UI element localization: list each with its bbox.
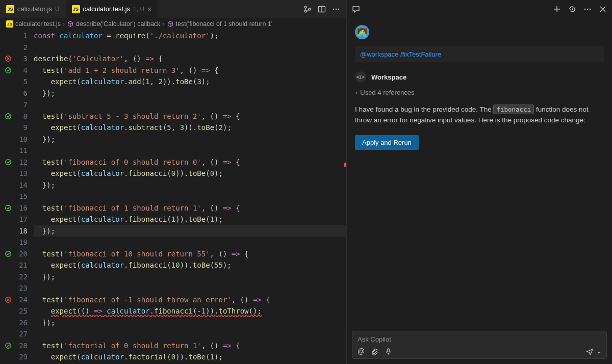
code-line[interactable]: }); bbox=[34, 88, 346, 99]
code-line[interactable] bbox=[34, 191, 346, 202]
line-number: 25 bbox=[16, 305, 28, 317]
code-line[interactable]: test('subtract 5 - 3 should return 2', (… bbox=[34, 111, 346, 122]
code-line[interactable] bbox=[34, 99, 346, 111]
tab-calculator-test[interactable]: JS calculator.test.js 1, U × bbox=[66, 0, 158, 18]
code-line[interactable] bbox=[34, 282, 346, 294]
code-area[interactable]: const calculator = require('./calculator… bbox=[34, 30, 346, 364]
references-toggle[interactable]: › Used 4 references bbox=[355, 89, 604, 96]
apply-rerun-button[interactable]: Apply and Rerun bbox=[355, 135, 419, 150]
tab-calculator[interactable]: JS calculator.js U bbox=[0, 0, 66, 18]
code-line[interactable]: expect(calculator.fibonacci(0)).toBe(0); bbox=[34, 168, 346, 179]
code-line[interactable]: const calculator = require('./calculator… bbox=[34, 30, 346, 42]
chat-title-bar bbox=[347, 0, 612, 18]
chat-placeholder: Ask Copilot bbox=[358, 335, 601, 343]
editor-pane: JS calculator.js U JS calculator.test.js… bbox=[0, 0, 347, 364]
code-line[interactable]: test('factorial of 0 should return 1', (… bbox=[34, 340, 346, 352]
svg-point-19 bbox=[587, 8, 589, 10]
line-number: 15 bbox=[16, 191, 28, 202]
close-icon[interactable] bbox=[599, 5, 607, 13]
code-line[interactable]: test('add 1 + 2 should return 3', () => … bbox=[34, 65, 346, 76]
test-fail-icon[interactable] bbox=[5, 294, 12, 306]
chevron-down-icon[interactable]: ⌄ bbox=[597, 348, 601, 355]
test-gutter bbox=[0, 30, 16, 364]
chat-pane: 🧑‍💻 @workspace /fixTestFailure </> Works… bbox=[347, 0, 612, 364]
js-icon: JS bbox=[6, 20, 13, 28]
code-line[interactable]: expect(calculator.add(1, 2)).toBe(3); bbox=[34, 76, 346, 88]
user-row: 🧑‍💻 bbox=[355, 25, 604, 39]
test-pass-icon[interactable] bbox=[5, 157, 12, 168]
code-line[interactable] bbox=[34, 237, 346, 248]
history-icon[interactable] bbox=[568, 5, 576, 13]
code-line[interactable] bbox=[34, 328, 346, 340]
editor-body[interactable]: 1234567891011121314151617181920212223242… bbox=[0, 30, 346, 364]
svg-point-7 bbox=[338, 8, 340, 10]
code-line[interactable] bbox=[34, 42, 346, 54]
code-line[interactable]: test('fibonacci of 1 should return 1', (… bbox=[34, 202, 346, 214]
test-pass-icon[interactable] bbox=[5, 340, 12, 352]
svg-point-5 bbox=[333, 8, 335, 10]
code-line[interactable]: test('fibonacci of 0 should return 0', (… bbox=[34, 157, 346, 168]
svg-rect-23 bbox=[388, 348, 390, 352]
line-number: 9 bbox=[16, 122, 28, 134]
code-line[interactable]: }); bbox=[34, 271, 346, 283]
code-line[interactable]: expect(calculator.fibonacci(1)).toBe(1); bbox=[34, 214, 346, 225]
breadcrumb-seg: test('fibonacci of 1 should return 1' bbox=[176, 20, 273, 28]
more-icon[interactable] bbox=[332, 5, 340, 13]
more-icon[interactable] bbox=[583, 5, 592, 13]
code-line[interactable]: test('fibonacci of -1 should throw an er… bbox=[34, 294, 346, 306]
line-number: 23 bbox=[16, 282, 28, 294]
code-line[interactable]: expect(calculator.factorial(0)).toBe(1); bbox=[34, 351, 346, 363]
slash-command: /fixTestFailure bbox=[400, 50, 441, 58]
test-pass-icon[interactable] bbox=[5, 111, 12, 122]
test-fail-icon[interactable] bbox=[5, 53, 12, 65]
send-icon[interactable] bbox=[586, 348, 594, 355]
mic-icon[interactable] bbox=[385, 348, 392, 355]
code-line[interactable]: expect(calculator.fibonacci(10)).toBe(55… bbox=[34, 259, 346, 271]
line-numbers: 1234567891011121314151617181920212223242… bbox=[16, 30, 34, 364]
js-icon: JS bbox=[72, 5, 80, 13]
breadcrumb-seg: describe('Calculator') callback bbox=[76, 20, 160, 28]
line-number: 18 bbox=[16, 225, 28, 237]
line-number: 22 bbox=[16, 271, 28, 283]
breadcrumb[interactable]: JS calculator.test.js › describe('Calcul… bbox=[0, 18, 346, 30]
line-number: 19 bbox=[16, 237, 28, 248]
svg-point-0 bbox=[304, 6, 307, 8]
comment-icon[interactable] bbox=[352, 5, 360, 13]
code-line[interactable]: }); bbox=[34, 179, 346, 191]
line-number: 8 bbox=[16, 111, 28, 122]
code-icon: </> bbox=[355, 71, 366, 83]
js-icon: JS bbox=[6, 5, 14, 13]
new-chat-icon[interactable] bbox=[553, 5, 561, 13]
test-pass-icon[interactable] bbox=[5, 202, 12, 214]
code-line[interactable]: expect(calculator.subtract(5, 3)).toBe(2… bbox=[34, 122, 346, 134]
chevron-right-icon: › bbox=[355, 89, 357, 96]
attach-icon[interactable] bbox=[371, 348, 378, 355]
at-icon[interactable]: @ bbox=[358, 347, 365, 355]
line-number: 2 bbox=[16, 42, 28, 54]
close-icon[interactable]: × bbox=[147, 5, 151, 13]
code-line[interactable]: test('fibonacci of 10 should return 55',… bbox=[34, 248, 346, 260]
chat-input[interactable]: Ask Copilot @ ⌄ bbox=[352, 331, 607, 359]
workspace-name: Workspace bbox=[371, 73, 406, 81]
svg-point-18 bbox=[584, 8, 586, 10]
method-icon bbox=[167, 20, 174, 28]
references-text: Used 4 references bbox=[360, 89, 414, 96]
line-number: 11 bbox=[16, 145, 28, 157]
code-line[interactable]: describe('Calculator', () => { bbox=[34, 53, 346, 65]
compare-icon[interactable] bbox=[303, 5, 312, 13]
tab-status: 1, U bbox=[133, 6, 144, 13]
code-line[interactable]: }); bbox=[34, 134, 346, 145]
line-number: 5 bbox=[16, 76, 28, 88]
code-line[interactable]: expect(() => calculator.fibonacci(-1)).t… bbox=[34, 305, 346, 317]
inline-code: fibonacci bbox=[493, 105, 534, 114]
code-line[interactable]: }); bbox=[34, 225, 346, 237]
tab-label: calculator.js bbox=[17, 5, 52, 13]
test-pass-icon[interactable] bbox=[5, 248, 12, 260]
test-pass-icon[interactable] bbox=[5, 65, 12, 76]
breadcrumb-file: calculator.test.js bbox=[15, 20, 61, 28]
tab-label: calculator.test.js bbox=[83, 5, 131, 13]
tab-bar: JS calculator.js U JS calculator.test.js… bbox=[0, 0, 346, 18]
code-line[interactable]: }); bbox=[34, 317, 346, 329]
split-editor-icon[interactable] bbox=[318, 5, 326, 13]
code-line[interactable] bbox=[34, 145, 346, 157]
